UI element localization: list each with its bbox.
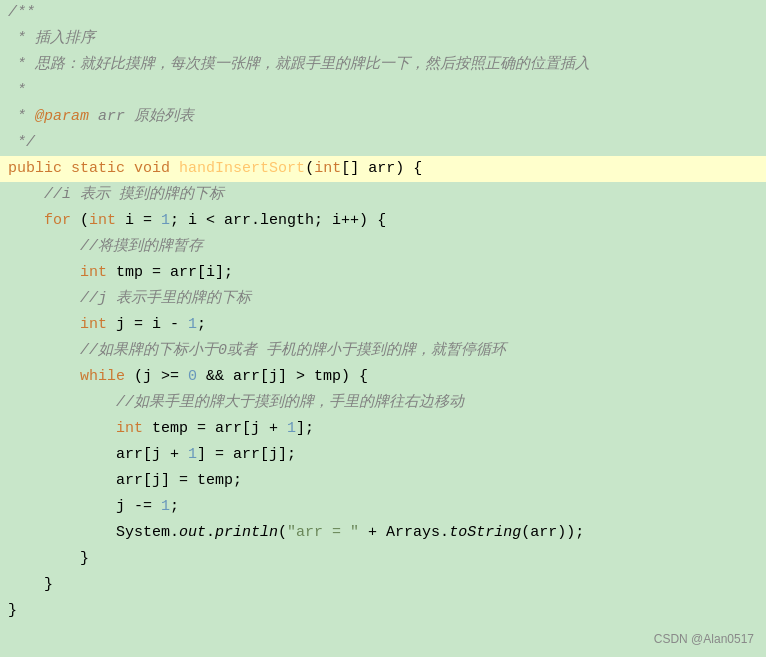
line-2-content: * 插入排序	[0, 27, 95, 51]
line-13: int j = i - 1;	[0, 312, 766, 338]
code-block: /** * 插入排序 * 思路：就好比摸牌，每次摸一张牌，就跟手里的牌比一下，然…	[0, 0, 766, 624]
line-6: */	[0, 130, 766, 156]
line-23: }	[0, 572, 766, 598]
line-19: arr[j] = temp;	[0, 468, 766, 494]
line-12: //j 表示手里的牌的下标	[0, 286, 766, 312]
line-4: *	[0, 78, 766, 104]
line-12-content: //j 表示手里的牌的下标	[0, 287, 251, 311]
line-3-content: * 思路：就好比摸牌，每次摸一张牌，就跟手里的牌比一下，然后按照正确的位置插入	[0, 53, 590, 77]
line-17: int temp = arr[j + 1];	[0, 416, 766, 442]
line-1: /**	[0, 0, 766, 26]
line-14-content: //如果牌的下标小于0或者 手机的牌小于摸到的牌，就暂停循环	[0, 339, 506, 363]
line-13-content: int j = i - 1;	[0, 313, 206, 337]
line-18: arr[j + 1] = arr[j];	[0, 442, 766, 468]
line-20: j -= 1;	[0, 494, 766, 520]
line-11: int tmp = arr[i];	[0, 260, 766, 286]
line-7: public static void handInsertSort(int[] …	[0, 156, 766, 182]
code-container: /** * 插入排序 * 思路：就好比摸牌，每次摸一张牌，就跟手里的牌比一下，然…	[0, 0, 766, 657]
line-15-content: while (j >= 0 && arr[j] > tmp) {	[0, 365, 368, 389]
line-1-content: /**	[0, 1, 35, 25]
line-22-content: }	[0, 547, 89, 571]
line-16-content: //如果手里的牌大于摸到的牌，手里的牌往右边移动	[0, 391, 464, 415]
line-23-content: }	[0, 573, 53, 597]
line-5: * @param arr 原始列表	[0, 104, 766, 130]
line-20-content: j -= 1;	[0, 495, 179, 519]
line-10: //将摸到的牌暂存	[0, 234, 766, 260]
line-2: * 插入排序	[0, 26, 766, 52]
line-8-content: //i 表示 摸到的牌的下标	[0, 183, 224, 207]
line-19-content: arr[j] = temp;	[0, 469, 242, 493]
line-5-content: * @param arr 原始列表	[0, 105, 194, 129]
line-3: * 思路：就好比摸牌，每次摸一张牌，就跟手里的牌比一下，然后按照正确的位置插入	[0, 52, 766, 78]
line-9: for (int i = 1; i < arr.length; i++) {	[0, 208, 766, 234]
line-17-content: int temp = arr[j + 1];	[0, 417, 314, 441]
line-21: System.out.println("arr = " + Arrays.toS…	[0, 520, 766, 546]
line-15: while (j >= 0 && arr[j] > tmp) {	[0, 364, 766, 390]
line-16: //如果手里的牌大于摸到的牌，手里的牌往右边移动	[0, 390, 766, 416]
line-4-content: *	[0, 79, 26, 103]
line-7-content: public static void handInsertSort(int[] …	[0, 157, 422, 181]
line-8: //i 表示 摸到的牌的下标	[0, 182, 766, 208]
line-10-content: //将摸到的牌暂存	[0, 235, 203, 259]
line-22: }	[0, 546, 766, 572]
watermark: CSDN @Alan0517	[654, 630, 754, 649]
line-21-content: System.out.println("arr = " + Arrays.toS…	[0, 521, 584, 545]
line-24-content: }	[0, 599, 17, 623]
line-18-content: arr[j + 1] = arr[j];	[0, 443, 296, 467]
line-9-content: for (int i = 1; i < arr.length; i++) {	[0, 209, 386, 233]
line-14: //如果牌的下标小于0或者 手机的牌小于摸到的牌，就暂停循环	[0, 338, 766, 364]
line-24: }	[0, 598, 766, 624]
line-6-content: */	[0, 131, 35, 155]
line-11-content: int tmp = arr[i];	[0, 261, 233, 285]
